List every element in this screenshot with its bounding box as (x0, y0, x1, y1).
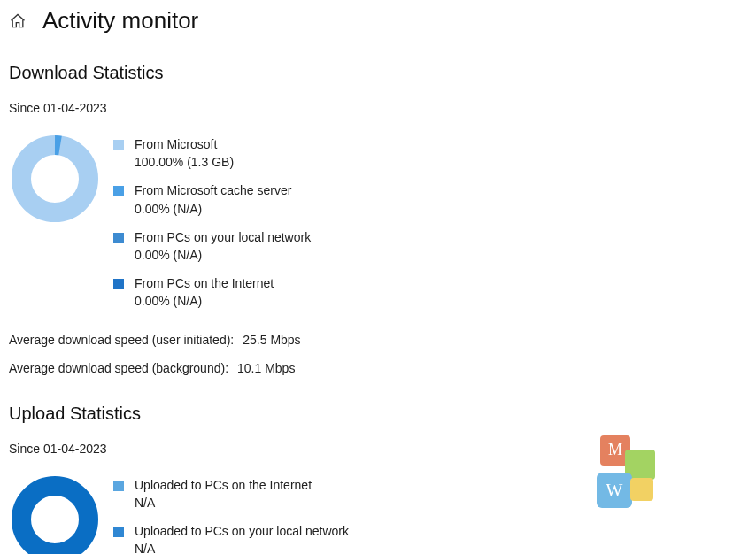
svg-point-1 (21, 486, 89, 553)
legend-item: From Microsoft 100.00% (1.3 GB) (113, 136, 311, 170)
download-section-title: Download Statistics (0, 38, 756, 88)
upload-stats: Uploaded to PCs on the Internet N/A Uplo… (0, 461, 756, 555)
legend-label: Uploaded to PCs on the Internet (135, 477, 312, 493)
legend-item: Uploaded to PCs on your local network N/… (113, 523, 349, 554)
stat-label: Average download speed (user initiated): (9, 333, 234, 347)
svg-point-0 (21, 145, 89, 212)
legend-label: From Microsoft (135, 136, 234, 152)
download-legend: From Microsoft 100.00% (1.3 GB) From Mic… (113, 133, 311, 310)
upload-since: Since 01-04-2023 (0, 429, 756, 461)
legend-value: 0.00% (N/A) (135, 201, 291, 217)
stat-value: 25.5 Mbps (243, 333, 300, 347)
legend-item: Uploaded to PCs on the Internet N/A (113, 477, 349, 511)
legend-value: 0.00% (N/A) (135, 293, 274, 309)
stat-label: Average download speed (background): (9, 361, 228, 375)
upload-section-title: Upload Statistics (0, 379, 756, 429)
legend-swatch-icon (113, 233, 124, 243)
download-donut-chart (9, 133, 101, 225)
upload-donut-chart (9, 473, 101, 555)
page-title: Activity monitor (42, 7, 198, 35)
legend-item: From PCs on the Internet 0.00% (N/A) (113, 275, 311, 309)
legend-swatch-icon (113, 527, 124, 537)
upload-legend: Uploaded to PCs on the Internet N/A Uplo… (113, 473, 349, 555)
avg-download-user: Average download speed (user initiated):… (0, 310, 756, 350)
home-icon[interactable] (9, 12, 27, 30)
legend-value: N/A (135, 541, 349, 554)
download-since: Since 01-04-2023 (0, 88, 756, 120)
stat-value: 10.1 Mbps (237, 361, 295, 375)
legend-label: From Microsoft cache server (135, 182, 291, 198)
legend-swatch-icon (113, 186, 124, 196)
header: Activity monitor (0, 0, 756, 38)
legend-swatch-icon (113, 140, 124, 150)
legend-item: From PCs on your local network 0.00% (N/… (113, 229, 311, 263)
legend-item: From Microsoft cache server 0.00% (N/A) (113, 182, 311, 216)
legend-label: Uploaded to PCs on your local network (135, 523, 349, 539)
legend-label: From PCs on the Internet (135, 275, 274, 291)
legend-value: N/A (135, 495, 312, 511)
legend-value: 100.00% (1.3 GB) (135, 154, 234, 170)
legend-label: From PCs on your local network (135, 229, 311, 245)
download-stats: From Microsoft 100.00% (1.3 GB) From Mic… (0, 120, 756, 310)
avg-download-background: Average download speed (background): 10.… (0, 350, 756, 379)
legend-swatch-icon (113, 279, 124, 289)
legend-value: 0.00% (N/A) (135, 247, 311, 263)
legend-swatch-icon (113, 481, 124, 491)
